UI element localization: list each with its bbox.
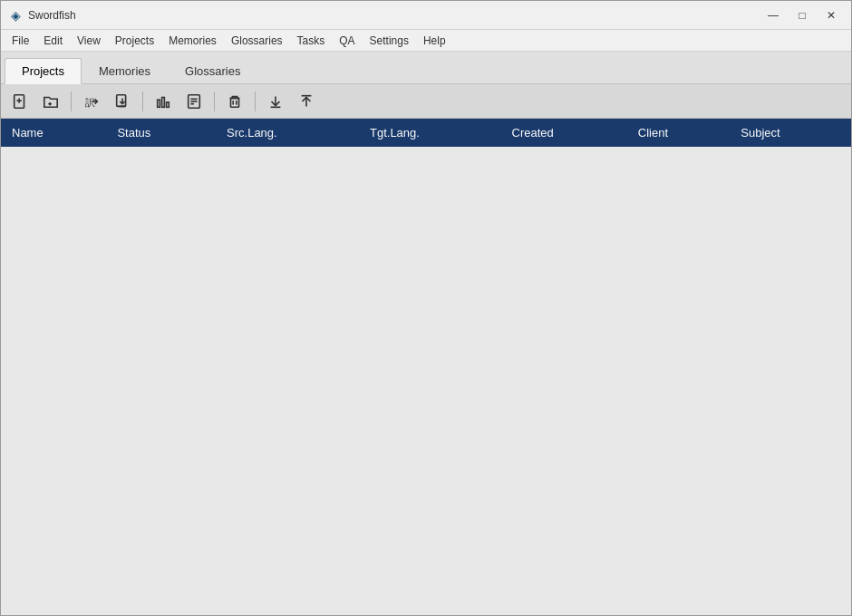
tab-memories[interactable]: Memories: [82, 58, 168, 83]
toolbar-separator-4: [255, 91, 256, 111]
table-header-row: Name Status Src.Lang. Tgt.Lang. Created …: [1, 119, 851, 147]
col-status: Status: [106, 119, 216, 147]
menu-item-qa[interactable]: QA: [332, 33, 362, 49]
main-window: ◈ Swordfish — □ ✕ FileEditViewProjectsMe…: [0, 0, 852, 616]
svg-rect-7: [117, 94, 126, 106]
toolbar-separator-3: [214, 91, 215, 111]
menu-item-memories[interactable]: Memories: [161, 33, 224, 49]
title-bar-controls: — □ ✕: [760, 5, 844, 25]
col-tgt-lang: Tgt.Lang.: [359, 119, 501, 147]
new-project-button[interactable]: [6, 89, 34, 114]
menu-item-file[interactable]: File: [5, 33, 36, 49]
minimize-button[interactable]: —: [760, 5, 786, 25]
menu-item-help[interactable]: Help: [416, 33, 453, 49]
menu-item-view[interactable]: View: [70, 33, 108, 49]
stats-icon: [155, 93, 171, 110]
col-subject: Subject: [730, 119, 851, 147]
stats-button[interactable]: [150, 89, 177, 114]
export-up-button[interactable]: [293, 89, 320, 114]
import-icon: [114, 93, 131, 110]
tab-bar: Projects Memories Glossaries: [1, 52, 851, 84]
tab-glossaries[interactable]: Glossaries: [168, 58, 257, 83]
delete-icon: [227, 93, 243, 110]
export-down-button[interactable]: [262, 89, 289, 114]
svg-rect-11: [162, 97, 165, 107]
col-created: Created: [501, 119, 627, 147]
projects-table-container: Name Status Src.Lang. Tgt.Lang. Created …: [1, 119, 851, 615]
title-bar: ◈ Swordfish — □ ✕: [1, 1, 851, 30]
export-up-icon: [298, 93, 315, 110]
projects-table: Name Status Src.Lang. Tgt.Lang. Created …: [1, 119, 851, 147]
open-project-button[interactable]: [37, 89, 64, 114]
close-button[interactable]: ✕: [818, 5, 844, 25]
svg-rect-10: [158, 100, 160, 107]
delete-button[interactable]: [221, 89, 248, 114]
menu-bar: FileEditViewProjectsMemoriesGlossariesTa…: [1, 30, 851, 52]
col-client: Client: [627, 119, 731, 147]
report-button[interactable]: [180, 89, 208, 114]
svg-rect-17: [231, 98, 239, 107]
svg-rect-12: [167, 101, 169, 106]
toolbar-separator-1: [71, 91, 72, 111]
translate-icon: 訳: [83, 93, 100, 110]
maximize-button[interactable]: □: [789, 5, 815, 25]
tab-projects[interactable]: Projects: [5, 58, 82, 84]
col-src-lang: Src.Lang.: [216, 119, 359, 147]
menu-item-tasks[interactable]: Tasks: [290, 33, 333, 49]
new-doc-icon: [12, 93, 28, 110]
export-down-icon: [267, 93, 284, 110]
app-icon: ◈: [8, 8, 23, 23]
toolbar: 訳: [1, 84, 851, 119]
import-button[interactable]: [109, 89, 136, 114]
report-icon: [186, 93, 202, 110]
menu-item-edit[interactable]: Edit: [36, 33, 70, 49]
menu-item-glossaries[interactable]: Glossaries: [224, 33, 290, 49]
col-name: Name: [1, 119, 106, 147]
open-folder-icon: [43, 93, 59, 110]
window-title: Swordfish: [28, 9, 76, 22]
translate-button[interactable]: 訳: [78, 89, 105, 114]
menu-item-projects[interactable]: Projects: [108, 33, 161, 49]
menu-item-settings[interactable]: Settings: [363, 33, 416, 49]
toolbar-separator-2: [142, 91, 143, 111]
title-bar-left: ◈ Swordfish: [8, 8, 76, 23]
